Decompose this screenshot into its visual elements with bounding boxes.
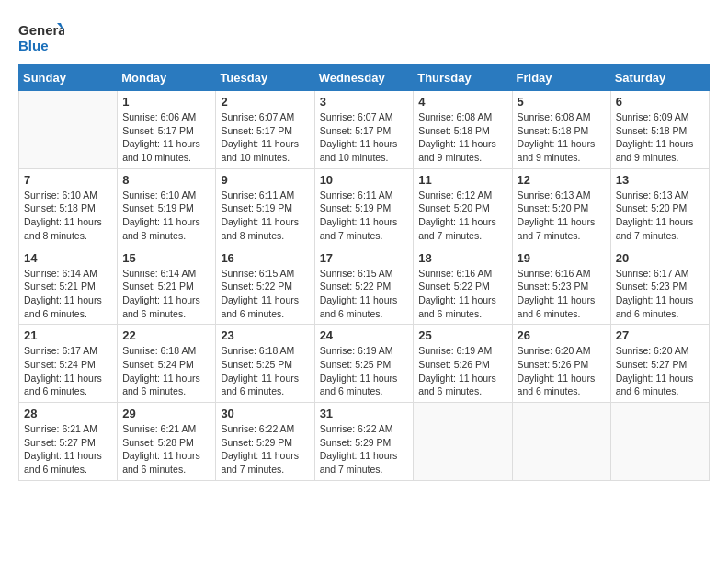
calendar-cell: 1Sunrise: 6:06 AM Sunset: 5:17 PM Daylig… [118,91,216,169]
day-info: Sunrise: 6:15 AM Sunset: 5:22 PM Dayligh… [221,267,309,321]
calendar-cell: 22Sunrise: 6:18 AM Sunset: 5:24 PM Dayli… [118,325,216,403]
day-number: 17 [320,251,409,265]
day-number: 26 [518,328,606,342]
day-number: 29 [122,407,210,420]
day-info: Sunrise: 6:06 AM Sunset: 5:17 PM Dayligh… [122,110,210,165]
weekday-header-thursday: Thursday [414,65,512,91]
calendar-cell: 8Sunrise: 6:10 AM Sunset: 5:19 PM Daylig… [118,168,216,247]
calendar-cell: 29Sunrise: 6:21 AM Sunset: 5:28 PM Dayli… [118,403,216,481]
day-number: 11 [418,173,506,187]
day-number: 3 [320,95,409,109]
day-number: 5 [518,95,606,109]
day-info: Sunrise: 6:14 AM Sunset: 5:21 PM Dayligh… [24,267,112,321]
day-info: Sunrise: 6:07 AM Sunset: 5:17 PM Dayligh… [221,110,309,165]
calendar-cell: 26Sunrise: 6:20 AM Sunset: 5:26 PM Dayli… [512,325,610,403]
svg-text:General: General [18,22,64,38]
calendar-cell: 6Sunrise: 6:09 AM Sunset: 5:18 PM Daylig… [610,91,709,169]
weekday-header-sunday: Sunday [19,65,118,91]
day-info: Sunrise: 6:09 AM Sunset: 5:18 PM Dayligh… [616,110,704,165]
day-info: Sunrise: 6:19 AM Sunset: 5:25 PM Dayligh… [320,344,409,398]
header: GeneralBlue [18,18,710,55]
calendar-week-2: 7Sunrise: 6:10 AM Sunset: 5:18 PM Daylig… [19,168,710,247]
day-info: Sunrise: 6:21 AM Sunset: 5:27 PM Dayligh… [24,422,112,477]
calendar-cell: 12Sunrise: 6:13 AM Sunset: 5:20 PM Dayli… [512,168,610,247]
calendar-cell [414,403,512,481]
calendar-cell: 23Sunrise: 6:18 AM Sunset: 5:25 PM Dayli… [216,325,314,403]
day-number: 15 [122,251,210,265]
weekday-header-tuesday: Tuesday [216,65,314,91]
calendar-week-3: 14Sunrise: 6:14 AM Sunset: 5:21 PM Dayli… [19,247,710,325]
day-info: Sunrise: 6:16 AM Sunset: 5:22 PM Dayligh… [418,267,506,321]
day-info: Sunrise: 6:15 AM Sunset: 5:22 PM Dayligh… [320,267,409,321]
weekday-header-wednesday: Wednesday [314,65,414,91]
day-number: 14 [24,251,112,265]
logo-svg: GeneralBlue [18,18,64,55]
day-number: 1 [122,95,210,109]
day-number: 13 [616,173,704,187]
weekday-header-saturday: Saturday [610,65,709,91]
day-number: 23 [221,328,309,342]
weekday-header-monday: Monday [118,65,216,91]
calendar-cell: 11Sunrise: 6:12 AM Sunset: 5:20 PM Dayli… [414,168,512,247]
calendar-week-5: 28Sunrise: 6:21 AM Sunset: 5:27 PM Dayli… [19,403,710,481]
day-number: 19 [518,251,606,265]
calendar-cell: 13Sunrise: 6:13 AM Sunset: 5:20 PM Dayli… [610,168,709,247]
calendar-week-4: 21Sunrise: 6:17 AM Sunset: 5:24 PM Dayli… [19,325,710,403]
calendar-cell: 14Sunrise: 6:14 AM Sunset: 5:21 PM Dayli… [19,247,118,325]
day-info: Sunrise: 6:17 AM Sunset: 5:24 PM Dayligh… [24,344,112,398]
calendar-cell: 27Sunrise: 6:20 AM Sunset: 5:27 PM Dayli… [610,325,709,403]
calendar-cell: 30Sunrise: 6:22 AM Sunset: 5:29 PM Dayli… [216,403,314,481]
day-number: 21 [24,328,112,342]
calendar-cell: 31Sunrise: 6:22 AM Sunset: 5:29 PM Dayli… [314,403,414,481]
day-info: Sunrise: 6:10 AM Sunset: 5:19 PM Dayligh… [122,189,210,243]
day-number: 12 [518,173,606,187]
day-info: Sunrise: 6:14 AM Sunset: 5:21 PM Dayligh… [122,267,210,321]
day-info: Sunrise: 6:20 AM Sunset: 5:26 PM Dayligh… [518,344,606,398]
day-number: 18 [418,251,506,265]
calendar-cell [512,403,610,481]
day-info: Sunrise: 6:07 AM Sunset: 5:17 PM Dayligh… [320,110,409,165]
calendar-cell: 16Sunrise: 6:15 AM Sunset: 5:22 PM Dayli… [216,247,314,325]
calendar-cell: 15Sunrise: 6:14 AM Sunset: 5:21 PM Dayli… [118,247,216,325]
calendar-cell: 9Sunrise: 6:11 AM Sunset: 5:19 PM Daylig… [216,168,314,247]
day-info: Sunrise: 6:11 AM Sunset: 5:19 PM Dayligh… [320,189,409,243]
calendar-cell: 21Sunrise: 6:17 AM Sunset: 5:24 PM Dayli… [19,325,118,403]
calendar-cell: 25Sunrise: 6:19 AM Sunset: 5:26 PM Dayli… [414,325,512,403]
day-number: 24 [320,328,409,342]
day-number: 7 [24,173,112,187]
day-number: 30 [221,407,309,420]
calendar-cell: 2Sunrise: 6:07 AM Sunset: 5:17 PM Daylig… [216,91,314,169]
day-number: 8 [122,173,210,187]
logo: GeneralBlue [18,18,64,55]
day-number: 31 [320,407,409,420]
calendar-cell: 20Sunrise: 6:17 AM Sunset: 5:23 PM Dayli… [610,247,709,325]
day-info: Sunrise: 6:20 AM Sunset: 5:27 PM Dayligh… [616,344,704,398]
calendar-cell: 5Sunrise: 6:08 AM Sunset: 5:18 PM Daylig… [512,91,610,169]
weekday-header-friday: Friday [512,65,610,91]
day-info: Sunrise: 6:17 AM Sunset: 5:23 PM Dayligh… [616,267,704,321]
day-info: Sunrise: 6:11 AM Sunset: 5:19 PM Dayligh… [221,189,309,243]
day-info: Sunrise: 6:22 AM Sunset: 5:29 PM Dayligh… [320,422,409,477]
calendar-table: SundayMondayTuesdayWednesdayThursdayFrid… [18,64,710,481]
day-info: Sunrise: 6:08 AM Sunset: 5:18 PM Dayligh… [518,110,606,165]
weekday-header-row: SundayMondayTuesdayWednesdayThursdayFrid… [19,65,710,91]
day-number: 22 [122,328,210,342]
day-number: 20 [616,251,704,265]
day-number: 25 [418,328,506,342]
day-number: 9 [221,173,309,187]
calendar-cell: 19Sunrise: 6:16 AM Sunset: 5:23 PM Dayli… [512,247,610,325]
calendar-cell: 18Sunrise: 6:16 AM Sunset: 5:22 PM Dayli… [414,247,512,325]
calendar-week-1: 1Sunrise: 6:06 AM Sunset: 5:17 PM Daylig… [19,91,710,169]
calendar-cell: 10Sunrise: 6:11 AM Sunset: 5:19 PM Dayli… [314,168,414,247]
svg-text:Blue: Blue [18,38,49,53]
calendar-cell [610,403,709,481]
day-number: 10 [320,173,409,187]
day-number: 6 [616,95,704,109]
day-info: Sunrise: 6:12 AM Sunset: 5:20 PM Dayligh… [418,189,506,243]
calendar-cell: 7Sunrise: 6:10 AM Sunset: 5:18 PM Daylig… [19,168,118,247]
day-number: 28 [24,407,112,420]
day-info: Sunrise: 6:18 AM Sunset: 5:25 PM Dayligh… [221,344,309,398]
day-info: Sunrise: 6:22 AM Sunset: 5:29 PM Dayligh… [221,422,309,477]
day-info: Sunrise: 6:10 AM Sunset: 5:18 PM Dayligh… [24,189,112,243]
calendar-cell: 28Sunrise: 6:21 AM Sunset: 5:27 PM Dayli… [19,403,118,481]
